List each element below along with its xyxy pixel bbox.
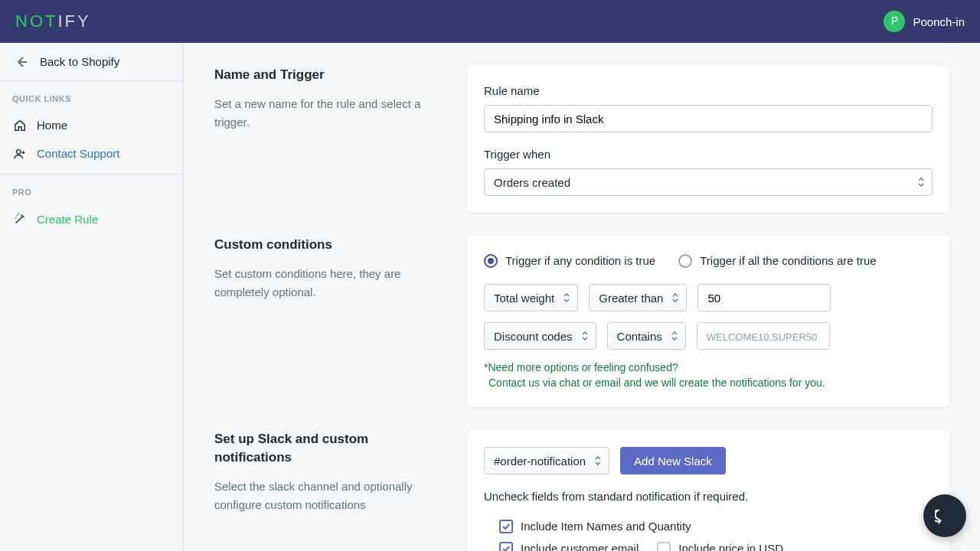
avatar: P — [884, 11, 905, 32]
section-title-slack: Set up Slack and custom notifications — [214, 430, 444, 467]
chat-widget-button[interactable] — [923, 494, 966, 537]
condition-operator-select[interactable]: Contains — [607, 322, 686, 350]
sidebar-item-label: Home — [37, 117, 67, 133]
checkbox-customer-email[interactable] — [499, 542, 513, 551]
app-header: NOTIFY P Poonch-in — [0, 0, 980, 43]
trigger-when-select[interactable]: Orders created — [484, 168, 933, 196]
username-label: Poonch-in — [913, 14, 965, 30]
radio-all-conditions[interactable]: Trigger if all the conditions are true — [678, 253, 876, 269]
user-plus-icon — [12, 146, 28, 161]
section-title-name-trigger: Name and Trigger — [214, 66, 444, 84]
back-to-shopify-link[interactable]: Back to Shopify — [0, 43, 183, 81]
rule-name-input[interactable] — [484, 105, 933, 132]
checkbox-label: Include customer email — [521, 540, 639, 551]
radio-any-condition[interactable]: Trigger if any condition is true — [484, 253, 655, 269]
add-new-slack-button[interactable]: Add New Slack — [620, 447, 726, 474]
sidebar: Back to Shopify QUICK LINKS Home Contact… — [0, 43, 184, 551]
section-title-conditions: Custom conditions — [214, 236, 444, 254]
slack-channel-select[interactable]: #order-notification — [484, 447, 609, 474]
sidebar-item-home[interactable]: Home — [0, 111, 183, 139]
radio-icon — [484, 254, 498, 268]
checkbox-items-qty[interactable] — [499, 520, 513, 533]
radio-label: Trigger if any condition is true — [505, 253, 655, 269]
sidebar-item-label: Create Rule — [37, 211, 98, 227]
section-title-pro: PRO — [0, 174, 183, 204]
card-name-trigger: Rule name Trigger when Orders created — [467, 66, 949, 213]
chat-icon — [935, 506, 955, 526]
radio-label: Trigger if all the conditions are true — [700, 253, 876, 269]
radio-icon — [678, 254, 692, 268]
condition-field-select[interactable]: Discount codes — [484, 322, 596, 350]
arrow-left-icon — [14, 54, 29, 70]
condition-value-input[interactable] — [697, 284, 831, 311]
section-desc-conditions: Set custom conditions here, they are com… — [214, 265, 444, 302]
svg-point-1 — [17, 149, 21, 153]
section-desc-name-trigger: Set a new name for the rule and select a… — [214, 95, 444, 132]
help-text-line2: Contact us via chat or email and we will… — [488, 376, 933, 391]
sidebar-item-contact-support[interactable]: Contact Support — [0, 139, 183, 168]
content-area: Name and Trigger Set a new name for the … — [184, 43, 980, 551]
uncheck-notice: Uncheck fields from standard notificatio… — [484, 488, 933, 504]
help-text-line1: *Need more options or feeling confused? — [484, 360, 933, 376]
checkbox-label: Include price in USD — [678, 540, 783, 551]
app-logo: NOTIFY — [15, 10, 91, 34]
back-label: Back to Shopify — [40, 54, 119, 70]
card-conditions: Trigger if any condition is true Trigger… — [467, 236, 949, 407]
condition-operator-select[interactable]: Greater than — [589, 284, 687, 311]
user-menu[interactable]: P Poonch-in — [884, 11, 965, 32]
sidebar-item-create-rule[interactable]: Create Rule — [0, 205, 183, 233]
checkbox-price-usd[interactable] — [657, 542, 671, 551]
section-desc-slack: Select the slack channel and optionally … — [214, 478, 444, 514]
condition-row: Discount codes Contains — [484, 322, 933, 350]
condition-field-select[interactable]: Total weight — [484, 284, 578, 311]
checkbox-label: Include Item Names and Quantity — [521, 518, 691, 534]
rule-name-label: Rule name — [484, 83, 933, 99]
trigger-when-label: Trigger when — [484, 146, 933, 162]
condition-row: Total weight Greater than — [484, 284, 933, 311]
magic-wand-icon — [12, 211, 28, 227]
home-icon — [12, 118, 28, 133]
card-slack: #order-notification Add New Slack Unchec… — [467, 430, 949, 551]
sidebar-item-label: Contact Support — [37, 145, 119, 161]
condition-value-input[interactable] — [697, 322, 830, 350]
section-title-quicklinks: QUICK LINKS — [0, 81, 183, 111]
